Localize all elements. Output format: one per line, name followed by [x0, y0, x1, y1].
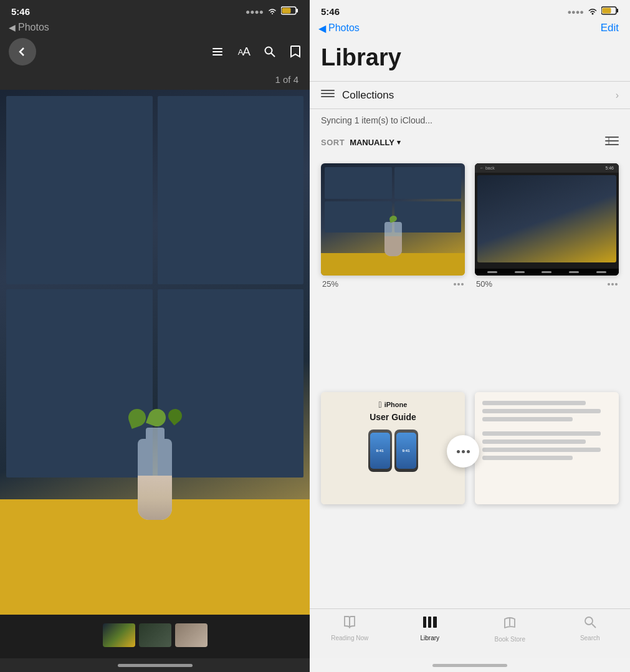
- book-cover-1-content: [321, 163, 465, 276]
- left-back-label[interactable]: Photos: [18, 22, 49, 33]
- book-cover-4[interactable]: [475, 392, 619, 504]
- svg-point-6: [265, 47, 272, 54]
- fab-dot: [457, 450, 460, 453]
- phone-photo: [477, 175, 616, 262]
- svg-rect-10: [617, 9, 619, 12]
- fab-more-button[interactable]: [447, 435, 479, 468]
- library-title: Library: [310, 39, 630, 81]
- right-signal-icon: ●●●●: [567, 8, 584, 16]
- sort-value-text: MANUALLY: [350, 138, 394, 147]
- list-view-icon[interactable]: [605, 135, 619, 150]
- bookmark-icon[interactable]: [290, 45, 301, 59]
- phone-header: ← back 5:46: [475, 163, 619, 173]
- tab-library[interactable]: Library: [411, 615, 449, 641]
- book-card-3[interactable]:  iPhone User Guide 9:41 9:41: [321, 392, 465, 602]
- book-progress-1: 25%: [322, 279, 338, 289]
- phone-bar-item: [542, 271, 551, 273]
- letter-line: [482, 431, 601, 436]
- tab-label-reading-now: Reading Now: [331, 635, 368, 641]
- toolbar-icons: AA: [211, 45, 301, 59]
- svg-point-8: [592, 13, 594, 15]
- collections-lines-icon: [321, 88, 335, 102]
- guide-phone-time: 9:41: [376, 449, 383, 453]
- home-bar: [118, 664, 193, 667]
- collections-label: Collections: [342, 89, 616, 102]
- book-cover-1[interactable]: [321, 163, 465, 276]
- edit-btn-container: Edit: [601, 22, 619, 34]
- right-status-icons: ●●●●: [567, 6, 619, 17]
- vase-neck: [146, 428, 165, 439]
- book-card-4[interactable]: [475, 392, 619, 602]
- book-more-2[interactable]: [608, 283, 618, 286]
- svg-rect-2: [282, 8, 291, 14]
- collections-row[interactable]: Collections ›: [310, 81, 630, 109]
- edit-button[interactable]: Edit: [601, 22, 619, 34]
- tab-reading-now[interactable]: Reading Now: [331, 615, 368, 641]
- home-indicator-right: [310, 658, 630, 672]
- letter-line: [482, 409, 601, 413]
- book-image-area[interactable]: [0, 90, 310, 615]
- more-dot: [457, 283, 460, 286]
- left-status-bar: 5:46 ●●●●: [0, 0, 310, 21]
- more-dot: [611, 283, 614, 286]
- book-cover-2[interactable]: ← back 5:46: [475, 163, 619, 276]
- more-dot: [454, 283, 456, 286]
- fab-dots: [457, 450, 470, 453]
- guide-phone-2: 9:41: [394, 430, 418, 472]
- sort-label: SORT: [321, 138, 345, 147]
- svg-rect-20: [428, 617, 431, 628]
- book-cover-3[interactable]:  iPhone User Guide 9:41 9:41: [321, 392, 465, 504]
- mini-vase-body: [384, 222, 402, 256]
- svg-line-23: [592, 624, 596, 628]
- mini-vase: [384, 216, 402, 256]
- page-counter: 1 of 4: [0, 70, 310, 90]
- left-chevron-icon: ◀: [9, 22, 16, 32]
- tab-label-search: Search: [580, 635, 600, 641]
- left-toolbar: AA: [0, 36, 310, 70]
- tab-search[interactable]: Search: [571, 615, 609, 641]
- reading-now-icon: [342, 615, 357, 633]
- phone-header-title: 5:46: [605, 166, 614, 170]
- back-button[interactable]: [9, 38, 36, 65]
- home-bar-right: [432, 664, 507, 667]
- thumbnail-1[interactable]: [103, 623, 135, 647]
- letter-content: [475, 392, 619, 504]
- more-dot: [615, 283, 618, 286]
- wifi-icon: [267, 6, 277, 17]
- fab-dot: [467, 450, 470, 453]
- right-battery-icon: [601, 6, 619, 17]
- phone-bar-item: [515, 271, 525, 273]
- thumbnail-2[interactable]: [139, 623, 171, 647]
- right-back-chevron: ◀: [318, 22, 326, 34]
- svg-rect-1: [297, 9, 298, 12]
- books-grid: 25% ← back 5:46: [310, 156, 630, 608]
- book-card-2[interactable]: ← back 5:46 50%: [475, 163, 619, 382]
- guide-phone-screen: 9:41: [396, 433, 416, 469]
- guide-subtitle: User Guide: [370, 412, 416, 422]
- library-icon: [422, 615, 438, 633]
- svg-point-22: [585, 617, 593, 625]
- font-size-icon[interactable]: AA: [238, 45, 250, 59]
- tab-book-store[interactable]: Book Store: [491, 615, 528, 643]
- battery-icon: [281, 6, 298, 17]
- signal-icon: ●●●●: [246, 7, 264, 16]
- right-back-label[interactable]: Photos: [328, 22, 360, 34]
- window-pane: [6, 96, 153, 284]
- home-indicator: [0, 658, 310, 672]
- right-back-nav: ◀ Photos Edit: [310, 21, 630, 39]
- book-more-1[interactable]: [454, 283, 464, 286]
- guide-phone-time: 9:41: [402, 449, 409, 453]
- sort-value[interactable]: MANUALLY ▾: [350, 138, 401, 147]
- thumbnail-3[interactable]: [175, 623, 208, 647]
- guide-title-top: iPhone: [384, 401, 408, 408]
- phone-content: [475, 173, 619, 265]
- book-footer-2: 50%: [475, 279, 619, 289]
- book-card-1[interactable]: 25%: [321, 163, 465, 382]
- phone-header-back: ← back: [480, 166, 495, 170]
- svg-rect-21: [433, 617, 437, 628]
- search-icon[interactable]: [264, 46, 276, 58]
- svg-rect-11: [603, 8, 611, 14]
- list-icon[interactable]: [211, 46, 224, 57]
- plant-leaves: [128, 409, 182, 426]
- left-status-icons: ●●●●: [246, 6, 298, 17]
